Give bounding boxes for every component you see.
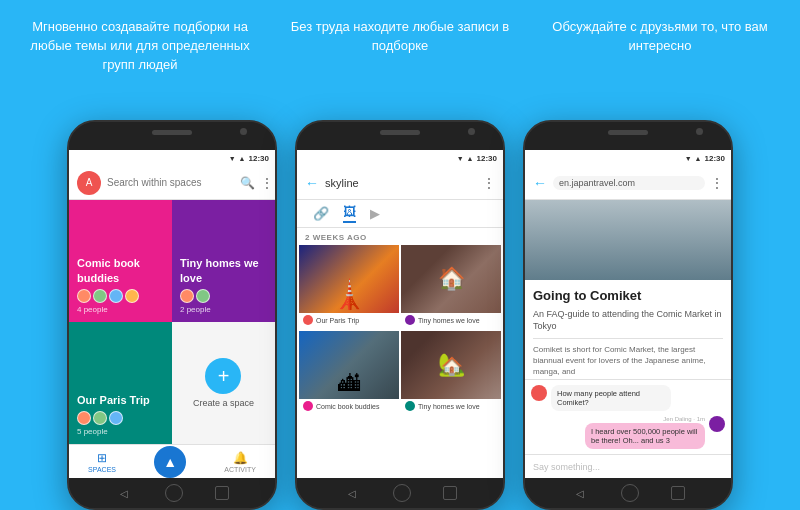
signal-icon-2: ▼ bbox=[457, 155, 464, 162]
phone-2-time: 12:30 bbox=[477, 154, 497, 163]
search-input[interactable] bbox=[107, 172, 234, 194]
result-avatar-2 bbox=[405, 315, 415, 325]
wifi-icon-3: ▲ bbox=[695, 155, 702, 162]
chat-input-row: Say something... bbox=[525, 454, 731, 478]
avatar-7 bbox=[77, 411, 91, 425]
create-space-label: Create a space bbox=[193, 398, 254, 408]
more-icon[interactable]: ⋮ bbox=[261, 176, 273, 190]
recent-button[interactable] bbox=[215, 486, 229, 500]
space-card-tiny-homes-avatars bbox=[180, 289, 267, 303]
result-label-row-1: Our Paris Trip bbox=[299, 313, 399, 329]
phone-3-header: ← en.japantravel.com ⋮ bbox=[525, 166, 731, 200]
results-date: 2 WEEKS AGO bbox=[297, 228, 503, 245]
user-avatar[interactable]: A bbox=[77, 171, 101, 195]
results-grid: 🗼 Our Paris Trip 🏠 bbox=[297, 245, 503, 415]
more-icon-3[interactable]: ⋮ bbox=[711, 176, 723, 190]
home-button[interactable] bbox=[165, 484, 183, 502]
back-arrow-icon[interactable]: ← bbox=[305, 175, 319, 191]
tab-icons: 🔗 🖼 ▶ bbox=[297, 200, 503, 228]
result-thumb-2: 🏠 bbox=[401, 245, 501, 313]
nav-spaces[interactable]: ⊞ SPACES bbox=[88, 451, 116, 473]
url-bar[interactable]: en.japantravel.com bbox=[553, 176, 705, 190]
article-title: Going to Comiket bbox=[533, 288, 723, 305]
space-card-comic-title: Comic book buddies bbox=[77, 256, 164, 285]
chat-bubble-2: I heard over 500,000 people will be ther… bbox=[585, 423, 705, 449]
search-icon-2[interactable]: ⋮ bbox=[483, 176, 495, 190]
back-button[interactable] bbox=[115, 484, 133, 502]
avatar-9 bbox=[109, 411, 123, 425]
phone-3: ▼ ▲ 12:30 ← en.japantravel.com ⋮ Going t… bbox=[523, 120, 733, 510]
back-button-3[interactable] bbox=[571, 484, 589, 502]
result-label-row-2: Tiny homes we love bbox=[401, 313, 501, 329]
result-text-1: Our Paris Trip bbox=[316, 317, 359, 324]
space-card-tiny-homes[interactable]: Tiny homes we love 2 people bbox=[172, 200, 275, 322]
create-space-button[interactable]: + Create a space bbox=[193, 358, 254, 408]
avatar-4 bbox=[125, 289, 139, 303]
result-avatar-3 bbox=[303, 401, 313, 411]
result-thumb-1: 🗼 bbox=[299, 245, 399, 313]
result-item-4[interactable]: 🏡 Tiny homes we love bbox=[401, 331, 501, 415]
phone-3-camera bbox=[696, 128, 703, 135]
headline-row: Мгновенно создавайте подборки на любые т… bbox=[0, 0, 800, 85]
search-results: 2 WEEKS AGO 🗼 Our Paris Trip bbox=[297, 228, 503, 478]
avatar-2 bbox=[93, 289, 107, 303]
result-avatar-4 bbox=[405, 401, 415, 411]
home-button-2[interactable] bbox=[393, 484, 411, 502]
phone-1-bottom-nav: ⊞ SPACES ▲ 🔔 ACTIVITY bbox=[69, 444, 275, 478]
phone-3-speaker bbox=[608, 130, 648, 135]
phone-2-speaker bbox=[380, 130, 420, 135]
avatar-8 bbox=[93, 411, 107, 425]
phone-1-screen: ▼ ▲ 12:30 A 🔍 ⋮ Comic book buddies bbox=[69, 150, 275, 478]
phone-1-top-bar bbox=[69, 122, 275, 150]
result-label-row-4: Tiny homes we love bbox=[401, 399, 501, 415]
phone-1-speaker bbox=[152, 130, 192, 135]
nav-fab[interactable]: ▲ bbox=[154, 446, 186, 478]
result-thumb-3: 🏙 bbox=[299, 331, 399, 399]
result-label-4: Tiny homes we love bbox=[405, 401, 480, 411]
phone-2-hw-buttons bbox=[297, 478, 503, 508]
result-item-2[interactable]: 🏠 Tiny homes we love bbox=[401, 245, 501, 329]
space-card-comic-count: 4 people bbox=[77, 305, 164, 314]
space-card-paris-title: Our Paris Trip bbox=[77, 393, 164, 407]
headline-2: Без труда находите любые записи в подбор… bbox=[270, 18, 530, 75]
chat-input-placeholder[interactable]: Say something... bbox=[533, 462, 600, 472]
home-button-3[interactable] bbox=[621, 484, 639, 502]
back-button-2[interactable] bbox=[343, 484, 361, 502]
result-item-3[interactable]: 🏙 Comic book buddies bbox=[299, 331, 399, 415]
tab-link-icon[interactable]: 🔗 bbox=[313, 206, 329, 221]
search-query[interactable]: skyline bbox=[325, 177, 477, 189]
spaces-grid: Comic book buddies 4 people Tiny homes w… bbox=[69, 200, 275, 444]
tab-image-icon[interactable]: 🖼 bbox=[343, 204, 356, 223]
space-card-create[interactable]: + Create a space bbox=[172, 322, 275, 444]
result-label-row-3: Comic book buddies bbox=[299, 399, 399, 415]
result-text-3: Comic book buddies bbox=[316, 403, 379, 410]
result-item-1[interactable]: 🗼 Our Paris Trip bbox=[299, 245, 399, 329]
phone-1: ▼ ▲ 12:30 A 🔍 ⋮ Comic book buddies bbox=[67, 120, 277, 510]
result-avatar-1 bbox=[303, 315, 313, 325]
space-card-tiny-homes-count: 2 people bbox=[180, 305, 267, 314]
phone-2-header: ← skyline ⋮ bbox=[297, 166, 503, 200]
phone-2-status-bar: ▼ ▲ 12:30 bbox=[297, 150, 503, 166]
headline-1: Мгновенно создавайте подборки на любые т… bbox=[10, 18, 270, 75]
avatar-1 bbox=[77, 289, 91, 303]
space-card-paris[interactable]: Our Paris Trip 5 people bbox=[69, 322, 172, 444]
space-card-comic[interactable]: Comic book buddies 4 people bbox=[69, 200, 172, 322]
signal-icon: ▼ bbox=[229, 155, 236, 162]
result-thumb-4: 🏡 bbox=[401, 331, 501, 399]
result-label-1: Our Paris Trip bbox=[303, 315, 359, 325]
chat-bubble-1: How many people attend Comiket? bbox=[551, 385, 671, 411]
nav-spaces-label: SPACES bbox=[88, 466, 116, 473]
phone-3-top-bar bbox=[525, 122, 731, 150]
recent-button-3[interactable] bbox=[671, 486, 685, 500]
nav-activity[interactable]: 🔔 ACTIVITY bbox=[224, 451, 256, 473]
chat-avatar-1 bbox=[531, 385, 547, 401]
recent-button-2[interactable] bbox=[443, 486, 457, 500]
back-arrow-icon-3[interactable]: ← bbox=[533, 175, 547, 191]
phone-2: ▼ ▲ 12:30 ← skyline ⋮ 🔗 🖼 ▶ 2 WEEKS AGO bbox=[295, 120, 505, 510]
signal-icon-3: ▼ bbox=[685, 155, 692, 162]
result-label-3: Comic book buddies bbox=[303, 401, 379, 411]
space-card-comic-avatars bbox=[77, 289, 164, 303]
article-subtitle: An FAQ-guide to attending the Comic Mark… bbox=[533, 308, 723, 333]
tab-video-icon[interactable]: ▶ bbox=[370, 206, 380, 221]
search-icon[interactable]: 🔍 bbox=[240, 176, 255, 190]
